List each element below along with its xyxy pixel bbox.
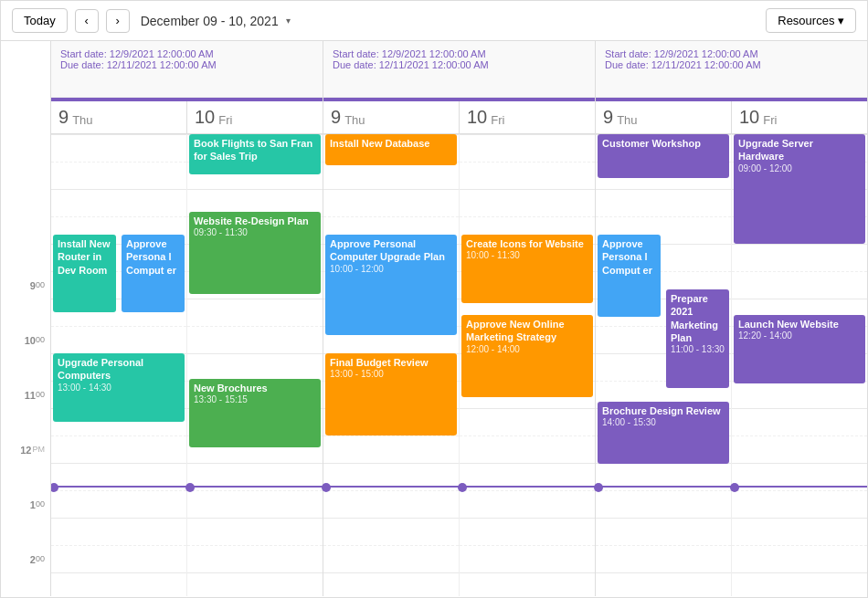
resource-info-3: Start date: 12/9/2021 12:00:00 AM Due da… — [596, 41, 867, 98]
event-time: 13:00 - 15:00 — [330, 369, 452, 379]
event-upgrade-server[interactable]: Upgrade Server Hardware 09:00 - 12:00 — [734, 134, 865, 244]
resource-1-thu-col: Install New Router in Dev Room Approve P… — [51, 134, 187, 596]
event-time: 14:00 - 15:30 — [602, 417, 725, 427]
event-time: 10:00 - 12:00 — [330, 264, 452, 274]
resource-due-date-1: Due date: 12/11/2021 12:00:00 AM — [60, 59, 313, 70]
event-book-flights[interactable]: Book Flights to San Fran for Sales Trip — [189, 134, 321, 174]
event-install-db[interactable]: Install New Database — [325, 134, 457, 165]
calendar-body: 9 00 10 00 11 00 12 PM 1 00 2 00 3 00 4 … — [1, 41, 867, 596]
event-upgrade-pcs[interactable]: Upgrade Personal Computers 13:00 - 14:30 — [53, 353, 185, 422]
resource-day-header-3: 9 Thu 10 Fri — [596, 101, 867, 133]
calendar-wrapper: Today ‹ › December 09 - 10, 2021 ▾ Resou… — [0, 0, 868, 598]
time-9: 9 00 — [1, 278, 50, 333]
event-title: Customer Workshop — [602, 137, 725, 150]
resource-col-header-3: Start date: 12/9/2021 12:00:00 AM Due da… — [596, 41, 867, 133]
day-name-r1-thu: Thu — [72, 109, 92, 127]
event-create-icons[interactable]: Create Icons for Website 10:00 - 11:30 — [461, 235, 593, 303]
current-time-line-r2-fri — [460, 486, 595, 488]
event-title: Approve Persona l Comput er — [126, 237, 180, 277]
today-button[interactable]: Today — [12, 8, 68, 33]
current-time-line-r3-fri — [732, 486, 867, 488]
time-gutter: 9 00 10 00 11 00 12 PM 1 00 2 00 3 00 4 … — [1, 41, 51, 596]
day-header-r2-thu: 9 Thu — [323, 101, 460, 133]
day-header-r3-thu: 9 Thu — [596, 101, 732, 133]
event-website-redesign[interactable]: Website Re-Design Plan 09:30 - 11:30 — [189, 212, 321, 294]
time-2: 2 00 — [1, 552, 50, 598]
day-num-r2-thu: 9 — [331, 107, 341, 128]
current-time-dot — [458, 483, 467, 492]
event-time: 12:20 - 14:00 — [738, 330, 861, 341]
event-time: 09:30 - 11:30 — [194, 227, 316, 237]
resource-3-fri-col: Upgrade Server Hardware 09:00 - 12:00 La… — [732, 134, 867, 596]
current-time-line-r1-fri — [187, 486, 323, 488]
day-header-r2-fri: 10 Fri — [460, 101, 595, 133]
resource-2-thu-col: Install New Database Approve Personal Co… — [323, 134, 460, 596]
toolbar: Today ‹ › December 09 - 10, 2021 ▾ Resou… — [1, 1, 867, 41]
resource-col-header-1: Start date: 12/9/2021 12:00:00 AM Due da… — [51, 41, 323, 133]
resource-info-1: Start date: 12/9/2021 12:00:00 AM Due da… — [51, 41, 323, 98]
event-title: Approve Personal Computer Upgrade Plan — [330, 237, 452, 264]
resource-due-date-3: Due date: 12/11/2021 12:00:00 AM — [605, 59, 858, 70]
resource-3-day-cols: Customer Workshop Approve Persona l Comp… — [596, 134, 867, 596]
resource-due-date-2: Due date: 12/11/2021 12:00:00 AM — [333, 59, 586, 70]
event-title: Brochure Design Review — [602, 404, 725, 417]
resource-day-header-2: 9 Thu 10 Fri — [323, 101, 595, 133]
resource-2-day-cols: Install New Database Approve Personal Co… — [323, 134, 595, 596]
day-num-r1-fri: 10 — [195, 107, 215, 128]
resource-col-header-2: Start date: 12/9/2021 12:00:00 AM Due da… — [323, 41, 596, 133]
resource-grid-col-2: Install New Database Approve Personal Co… — [323, 134, 596, 596]
event-approve-personal-computer-r3[interactable]: Approve Persona l Comput er — [598, 235, 661, 317]
resource-start-date-3: Start date: 12/9/2021 12:00:00 AM — [605, 48, 858, 59]
time-10: 10 00 — [1, 333, 50, 388]
event-title: Launch New Website — [738, 318, 861, 330]
resource-1-fri-col: Book Flights to San Fran for Sales Trip … — [187, 134, 323, 596]
current-time-line-r3-thu — [596, 486, 731, 488]
resource-grid-col-1: Install New Router in Dev Room Approve P… — [51, 134, 323, 596]
event-time: 13:30 - 15:15 — [194, 394, 316, 404]
resources-area: Start date: 12/9/2021 12:00:00 AM Due da… — [51, 41, 867, 596]
event-approve-marketing[interactable]: Approve New Online Marketing Strategy 12… — [461, 315, 593, 397]
event-title: Install New Router in Dev Room — [58, 237, 111, 277]
event-customer-workshop[interactable]: Customer Workshop — [598, 134, 729, 178]
resource-start-date-1: Start date: 12/9/2021 12:00:00 AM — [60, 48, 313, 59]
resource-info-2: Start date: 12/9/2021 12:00:00 AM Due da… — [323, 41, 595, 98]
day-num-r2-fri: 10 — [467, 107, 487, 128]
event-launch-website[interactable]: Launch New Website 12:20 - 14:00 — [734, 315, 865, 383]
day-header-r1-thu: 9 Thu — [51, 101, 187, 133]
next-button[interactable]: › — [106, 9, 130, 33]
event-brochure-design[interactable]: Brochure Design Review 14:00 - 15:30 — [598, 402, 729, 464]
event-prepare-marketing[interactable]: Prepare 2021 Marketing Plan 11:00 - 13:3… — [666, 289, 729, 388]
day-num-r1-thu: 9 — [58, 107, 69, 128]
event-time: 11:00 - 13:30 — [671, 344, 725, 354]
event-title: Upgrade Personal Computers — [58, 356, 180, 383]
current-time-line — [51, 486, 186, 488]
event-approve-pc-upgrade[interactable]: Approve Personal Computer Upgrade Plan 1… — [325, 235, 457, 335]
current-time-dot — [730, 483, 739, 492]
time-1: 1 00 — [1, 498, 50, 552]
current-time-line-r2-thu — [323, 486, 459, 488]
resource-3-thu-col: Customer Workshop Approve Persona l Comp… — [596, 134, 732, 596]
resources-header: Start date: 12/9/2021 12:00:00 AM Due da… — [51, 41, 867, 134]
day-name-r2-fri: Fri — [491, 109, 504, 127]
current-time-dot — [185, 483, 195, 492]
resource-start-date-2: Start date: 12/9/2021 12:00:00 AM — [333, 48, 586, 59]
resource-2-fri-col: Create Icons for Website 10:00 - 11:30 A… — [460, 134, 595, 596]
current-time-dot — [322, 483, 331, 492]
event-time: 12:00 - 14:00 — [466, 344, 588, 354]
date-dropdown-icon[interactable]: ▾ — [286, 16, 291, 26]
event-final-budget[interactable]: Final Budget Review 13:00 - 15:00 — [325, 353, 457, 435]
prev-button[interactable]: ‹ — [75, 9, 99, 33]
event-install-router[interactable]: Install New Router in Dev Room — [53, 235, 116, 312]
resources-button[interactable]: Resources ▾ — [766, 8, 856, 33]
event-title: Create Icons for Website — [466, 237, 588, 250]
event-time: 13:00 - 14:30 — [58, 383, 180, 393]
grid-area: Install New Router in Dev Room Approve P… — [51, 134, 867, 596]
event-time: 10:00 - 11:30 — [466, 250, 588, 260]
event-title: Final Budget Review — [330, 356, 452, 369]
event-title: Approve New Online Marketing Strategy — [466, 318, 588, 344]
event-approve-persona[interactable]: Approve Persona l Comput er — [122, 235, 185, 312]
event-new-brochures[interactable]: New Brochures 13:30 - 15:15 — [189, 379, 321, 447]
time-12: 12 PM — [1, 443, 50, 498]
current-time-dot — [594, 483, 603, 492]
date-range: December 09 - 10, 2021 — [141, 14, 279, 28]
